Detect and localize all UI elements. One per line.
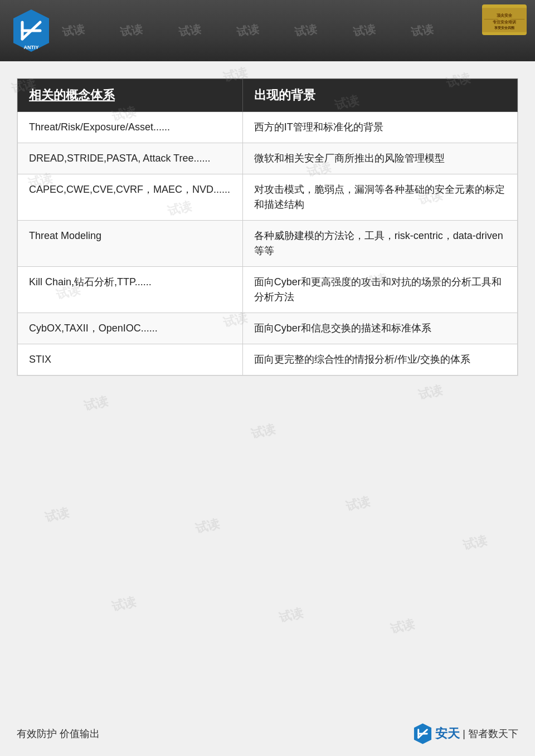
bwm-15: 试读 [416, 382, 444, 404]
table-row: Threat/Risk/Exposure/Asset...... 西方的IT管理… [18, 112, 518, 143]
table-row: STIX 面向更完整的综合性的情报分析/作业/交换的体系 [18, 344, 518, 375]
footer-left-text: 有效防护 价值输出 [17, 727, 100, 740]
bwm-14: 试读 [249, 421, 277, 443]
footer-brand-blue: 安天 [435, 725, 460, 742]
header-wm-2: 试读 [119, 21, 144, 40]
header-wm-4: 试读 [236, 21, 260, 40]
table-cell-right-5: 面向Cyber和信息交换的描述和标准体系 [242, 313, 517, 344]
footer-logo: 安天 | 智者数天下 [413, 723, 518, 745]
table-cell-right-3: 各种威胁建模的方法论，工具，risk-centric，data-driven等等 [242, 221, 517, 267]
table-cell-left-3: Threat Modeling [18, 221, 243, 267]
table-cell-right-1: 微软和相关安全厂商所推出的风险管理模型 [242, 143, 517, 174]
table-cell-left-1: DREAD,STRIDE,PASTA, Attack Tree...... [18, 143, 243, 174]
header-watermarks: 试读 试读 试读 试读 试读 试读 试读 [45, 0, 451, 61]
col2-header: 出现的背景 [242, 79, 517, 112]
header-wm-5: 试读 [294, 21, 318, 40]
header-wm-1: 试读 [61, 21, 86, 40]
table-cell-left-2: CAPEC,CWE,CVE,CVRF，MAEC，NVD...... [18, 174, 243, 221]
table-row: Kill Chain,钻石分析,TTP...... 面向Cyber和更高强度的攻… [18, 267, 518, 313]
table-cell-right-2: 对攻击模式，脆弱点，漏洞等各种基础的安全元素的标定和描述结构 [242, 174, 517, 221]
table-row: DREAD,STRIDE,PASTA, Attack Tree...... 微软… [18, 143, 518, 174]
svg-text:享受安全四围: 享受安全四围 [494, 26, 514, 30]
brand-circle: 顶尖安全 专注安全培训 享受安全四围 [482, 4, 527, 35]
bwm-18: 试读 [344, 493, 372, 515]
table-row: Threat Modeling 各种威胁建模的方法论，工具，risk-centr… [18, 221, 518, 267]
footer: 有效防护 价值输出 安天 | 智者数天下 [0, 723, 535, 745]
svg-text:顶尖安全: 顶尖安全 [497, 13, 513, 18]
table-cell-left-4: Kill Chain,钻石分析,TTP...... [18, 267, 243, 313]
table-cell-right-0: 西方的IT管理和标准化的背景 [242, 112, 517, 143]
concept-table: 相关的概念体系 出现的背景 Threat/Risk/Exposure/Asset… [17, 79, 518, 375]
header-wm-3: 试读 [178, 21, 202, 40]
footer-brand-black: 智者数天下 [468, 727, 518, 740]
bwm-19: 试读 [461, 532, 489, 554]
header-wm-6: 试读 [352, 21, 377, 40]
bwm-17: 试读 [193, 515, 221, 538]
brand-right: 顶尖安全 专注安全培训 享受安全四围 [482, 4, 527, 35]
footer-antiy-icon [413, 723, 432, 745]
table-header-row: 相关的概念体系 出现的背景 [18, 79, 518, 112]
footer-brand-separator: | [463, 728, 465, 740]
main-content: 相关的概念体系 出现的背景 Threat/Risk/Exposure/Asset… [17, 78, 518, 376]
bwm-21: 试读 [277, 604, 305, 627]
col1-header: 相关的概念体系 [18, 79, 243, 112]
bwm-22: 试读 [388, 616, 416, 638]
table-cell-right-4: 面向Cyber和更高强度的攻击和对抗的场景的分析工具和分析方法 [242, 267, 517, 313]
table-cell-left-6: STIX [18, 344, 243, 375]
header-wm-7: 试读 [410, 21, 435, 40]
table-cell-left-5: CybOX,TAXII，OpenIOC...... [18, 313, 243, 344]
table-row: CAPEC,CWE,CVE,CVRF，MAEC，NVD...... 对攻击模式，… [18, 174, 518, 221]
svg-text:ANTIY: ANTIY [24, 45, 39, 50]
table-row: CybOX,TAXII，OpenIOC...... 面向Cyber和信息交换的描… [18, 313, 518, 344]
table-cell-left-0: Threat/Risk/Exposure/Asset...... [18, 112, 243, 143]
table-cell-right-6: 面向更完整的综合性的情报分析/作业/交换的体系 [242, 344, 517, 375]
svg-text:专注安全培训: 专注安全培训 [493, 19, 516, 24]
header: ANTIY 试读 试读 试读 试读 试读 试读 试读 顶尖安全 专注安全培训 享… [0, 0, 535, 61]
bwm-16: 试读 [43, 504, 71, 526]
bwm-13: 试读 [82, 393, 110, 415]
bwm-20: 试读 [110, 593, 138, 616]
